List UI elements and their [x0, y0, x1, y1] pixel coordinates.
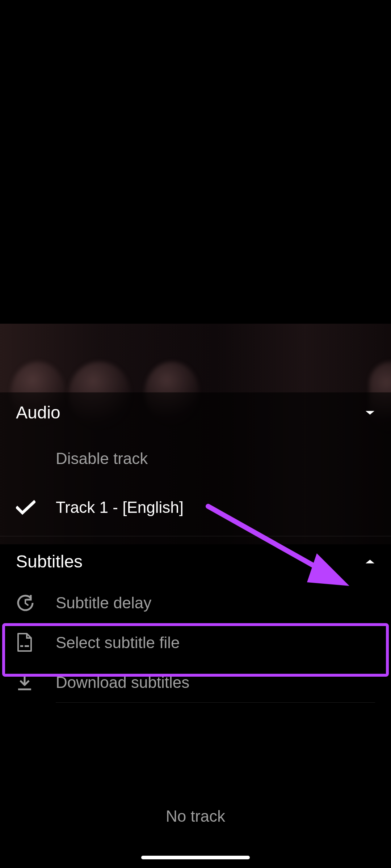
subtitles-inset-divider	[56, 702, 375, 703]
select-subtitle-file-label: Select subtitle file	[56, 634, 180, 652]
audio-disable-label: Disable track	[56, 450, 148, 468]
home-indicator[interactable]	[141, 856, 250, 859]
svg-rect-1	[25, 645, 29, 647]
audio-disable-track[interactable]: Disable track	[0, 434, 391, 483]
tracks-panel-overlay: Audio Disable track Track 1 - [English] …	[0, 392, 391, 868]
subtitle-delay[interactable]: Subtitle delay	[0, 583, 391, 623]
subtitles-section-header[interactable]: Subtitles	[0, 536, 391, 583]
file-icon	[16, 633, 56, 652]
svg-rect-0	[20, 645, 23, 647]
download-icon	[16, 673, 56, 692]
sync-icon	[16, 593, 56, 612]
audio-section-header[interactable]: Audio	[0, 392, 391, 434]
subtitle-delay-label: Subtitle delay	[56, 594, 151, 612]
audio-section-title: Audio	[16, 403, 60, 422]
chevron-up-icon	[365, 558, 375, 565]
check-icon	[16, 500, 56, 515]
subtitles-no-track[interactable]: No track	[0, 807, 391, 825]
download-subtitles[interactable]: Download subtitles	[0, 663, 391, 702]
audio-track-1[interactable]: Track 1 - [English]	[0, 483, 391, 532]
audio-track-1-label: Track 1 - [English]	[56, 498, 184, 516]
player-tracks-panel: Audio Disable track Track 1 - [English] …	[0, 0, 391, 868]
download-subtitles-label: Download subtitles	[56, 673, 189, 692]
subtitles-section-title: Subtitles	[16, 552, 83, 571]
select-subtitle-file[interactable]: Select subtitle file	[0, 623, 391, 663]
chevron-down-icon	[365, 409, 375, 416]
